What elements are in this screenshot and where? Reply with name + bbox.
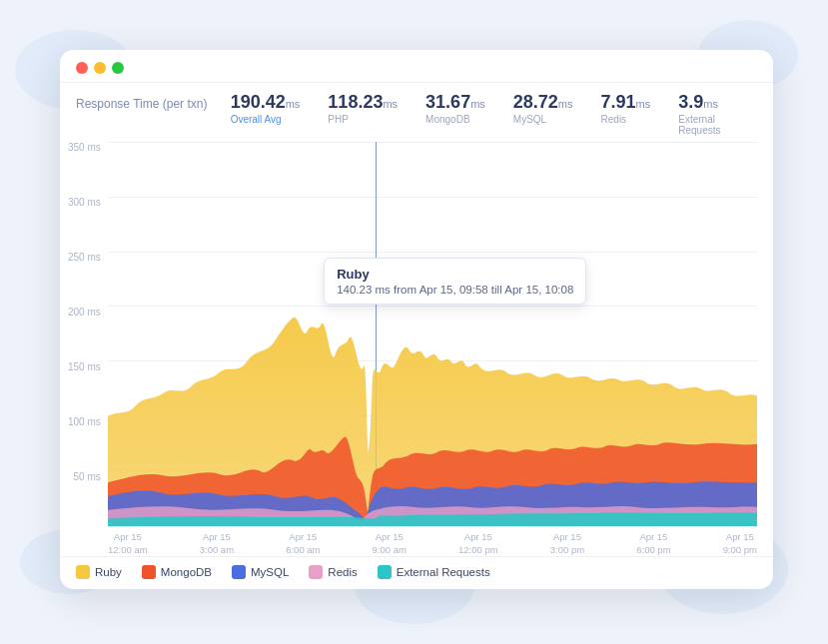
legend-external: External Requests	[378, 565, 490, 579]
tooltip-title: Ruby	[337, 267, 573, 282]
chart-svg-wrapper	[108, 142, 757, 526]
stat-mongodb-label: MongoDB	[425, 114, 469, 125]
legend-swatch-mysql	[232, 565, 246, 579]
stats-row: Response Time (per txn) 190.42ms Overall…	[60, 83, 773, 142]
background-wrapper: Response Time (per txn) 190.42ms Overall…	[0, 0, 828, 644]
legend-label-external: External Requests	[397, 566, 490, 578]
x-label-1: Apr 153:00 am	[200, 531, 234, 556]
close-button[interactable]	[76, 62, 88, 74]
stat-redis-value: 7.91ms	[601, 93, 651, 113]
stat-php: 118.23ms PHP	[328, 93, 398, 125]
x-label-0: Apr 1512:00 am	[108, 531, 148, 556]
stat-overall-value: 190.42ms	[231, 93, 301, 113]
x-label-3: Apr 159:00 am	[373, 531, 407, 556]
y-axis: 350 ms 300 ms 250 ms 200 ms 150 ms 100 m…	[68, 142, 101, 526]
legend-swatch-ruby	[76, 565, 90, 579]
stat-external: 3.9ms External Requests	[678, 93, 757, 136]
y-label-50: 50 ms	[74, 471, 101, 482]
x-label-7: Apr 159:00 pm	[723, 531, 757, 556]
legend-swatch-redis	[309, 565, 323, 579]
stat-redis-label: Redis	[601, 114, 627, 125]
stat-redis: 7.91ms Redis	[601, 93, 651, 125]
x-label-4: Apr 1512:00 pm	[458, 531, 498, 556]
title-bar	[60, 50, 773, 83]
y-label-200: 200 ms	[68, 307, 101, 318]
y-label-250: 250 ms	[68, 252, 101, 263]
x-axis: Apr 1512:00 am Apr 153:00 am Apr 156:00 …	[108, 531, 757, 556]
chart-tooltip: Ruby 140.23 ms from Apr 15, 09:58 till A…	[324, 258, 586, 305]
legend-swatch-external	[378, 565, 392, 579]
x-label-5: Apr 153:00 pm	[550, 531, 584, 556]
y-label-100: 100 ms	[68, 416, 101, 427]
tooltip-body: 140.23 ms from Apr 15, 09:58 till Apr 15…	[337, 284, 573, 296]
y-label-300: 300 ms	[68, 197, 101, 208]
stat-external-value: 3.9ms	[678, 93, 718, 113]
legend-label-ruby: Ruby	[95, 566, 122, 578]
legend-mongodb: MongoDB	[142, 565, 212, 579]
y-label-150: 150 ms	[68, 361, 101, 372]
chart-legend: Ruby MongoDB MySQL Redis External Reques…	[60, 556, 773, 589]
stat-php-value: 118.23ms	[328, 93, 398, 113]
legend-ruby: Ruby	[76, 565, 122, 579]
x-label-6: Apr 156:00 pm	[636, 531, 670, 556]
stats-label: Response Time (per txn)	[76, 97, 203, 111]
stat-overall-label: Overall Avg	[231, 114, 282, 125]
legend-mysql: MySQL	[232, 565, 289, 579]
minimize-button[interactable]	[94, 62, 106, 74]
stat-mongodb: 31.67ms MongoDB	[425, 93, 485, 125]
app-window: Response Time (per txn) 190.42ms Overall…	[60, 50, 773, 589]
chart-svg	[108, 142, 757, 526]
legend-swatch-mongodb	[142, 565, 156, 579]
legend-label-mongodb: MongoDB	[161, 566, 212, 578]
legend-redis: Redis	[309, 565, 357, 579]
legend-label-mysql: MySQL	[251, 566, 289, 578]
stat-external-label: External Requests	[678, 114, 757, 136]
stat-mysql: 28.72ms MySQL	[513, 93, 573, 125]
traffic-lights	[76, 62, 124, 74]
y-label-350: 350 ms	[68, 142, 101, 153]
legend-label-redis: Redis	[328, 566, 357, 578]
stat-mongodb-value: 31.67ms	[425, 93, 485, 113]
stat-php-label: PHP	[328, 114, 349, 125]
stat-overall: 190.42ms Overall Avg	[231, 93, 301, 125]
maximize-button[interactable]	[112, 62, 124, 74]
x-label-2: Apr 156:00 am	[286, 531, 320, 556]
stat-mysql-label: MySQL	[513, 114, 546, 125]
stat-mysql-value: 28.72ms	[513, 93, 573, 113]
chart-area[interactable]: 350 ms 300 ms 250 ms 200 ms 150 ms 100 m…	[60, 142, 773, 556]
